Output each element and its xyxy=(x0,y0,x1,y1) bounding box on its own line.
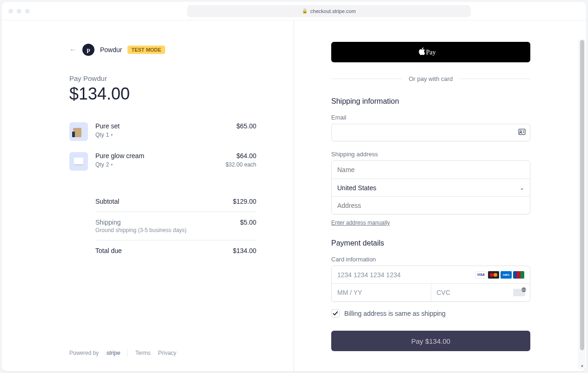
merchant-name: Powdur xyxy=(100,46,122,53)
check-icon xyxy=(332,310,339,317)
jcb-icon xyxy=(513,271,524,279)
email-label: Email xyxy=(331,114,530,121)
line-item: Pure set Qty 1 ▾ $65.00 xyxy=(69,122,256,141)
billing-same-row: Billing address is same as shipping xyxy=(331,309,530,318)
browser-window: 🔒 checkout.stripe.com ← p Powdur TEST MO… xyxy=(2,2,586,371)
card-expiry-input[interactable] xyxy=(337,289,425,296)
billing-same-label: Billing address is same as shipping xyxy=(344,310,446,317)
chevron-down-icon: ▾ xyxy=(111,162,113,167)
mastercard-icon xyxy=(488,271,499,279)
item-name: Pure glow cream xyxy=(95,152,218,160)
item-thumbnail xyxy=(69,152,88,171)
scrollbar-thumb[interactable] xyxy=(580,40,584,350)
payment-form-panel: Pay Or pay with card Shipping informatio… xyxy=(294,20,586,371)
traffic-lights xyxy=(8,9,30,13)
address-input[interactable] xyxy=(337,197,524,214)
item-name: Pure set xyxy=(95,122,229,130)
country-select[interactable]: United States xyxy=(337,179,524,196)
svg-text:Pay: Pay xyxy=(426,48,436,56)
billing-same-checkbox[interactable] xyxy=(331,309,340,318)
svg-point-2 xyxy=(520,131,522,133)
traffic-max[interactable] xyxy=(25,9,30,13)
total-row: Total due $134.00 xyxy=(95,240,256,261)
terms-link[interactable]: Terms xyxy=(135,350,151,356)
subtotal-row: Subtotal $129.00 xyxy=(95,191,256,212)
svg-rect-1 xyxy=(519,129,525,135)
email-input[interactable] xyxy=(331,124,530,141)
shipping-heading: Shipping information xyxy=(331,97,530,106)
shipping-address-label: Shipping address xyxy=(331,151,530,158)
payment-heading: Payment details xyxy=(331,239,530,247)
merchant-logo: p xyxy=(82,44,94,56)
privacy-link[interactable]: Privacy xyxy=(158,350,176,356)
test-mode-badge: TEST MODE xyxy=(127,46,165,54)
pay-button[interactable]: Pay $134.00 xyxy=(331,331,530,351)
scrollbar[interactable]: ▲ ▼ xyxy=(579,39,585,369)
url-bar[interactable]: 🔒 checkout.stripe.com xyxy=(187,5,471,17)
card-cvc-input[interactable] xyxy=(437,289,525,296)
divider-or: Or pay with card xyxy=(331,75,530,82)
apple-pay-button[interactable]: Pay xyxy=(331,42,530,62)
card-number-input[interactable] xyxy=(337,271,475,279)
pay-label: Pay Powdur xyxy=(69,74,256,82)
traffic-min[interactable] xyxy=(17,9,21,13)
item-qty-selector[interactable]: Qty 1 ▾ xyxy=(95,132,229,138)
amex-icon: AMEX xyxy=(501,271,512,279)
visa-icon: VISA xyxy=(475,271,487,279)
apple-pay-icon: Pay xyxy=(418,47,443,57)
scroll-down-icon[interactable]: ▼ xyxy=(579,363,585,369)
order-summary-panel: ← p Powdur TEST MODE Pay Powdur $134.00 … xyxy=(2,20,294,371)
merchant-header: ← p Powdur TEST MODE xyxy=(69,44,256,56)
lock-icon: 🔒 xyxy=(302,8,307,13)
item-qty-selector[interactable]: Qty 2 ▾ xyxy=(95,161,218,168)
enter-manually-link[interactable]: Enter address manually xyxy=(331,220,390,226)
card-brands: VISA AMEX xyxy=(475,271,524,279)
line-item: Pure glow cream Qty 2 ▾ $64.00 $32.00 ea… xyxy=(69,152,256,171)
total-amount: $134.00 xyxy=(69,84,256,104)
card-info-label: Card information xyxy=(331,256,530,263)
item-thumbnail xyxy=(69,122,88,141)
back-arrow-icon[interactable]: ← xyxy=(69,46,77,54)
traffic-close[interactable] xyxy=(8,9,13,13)
contact-card-icon[interactable] xyxy=(518,129,526,137)
chevron-down-icon: ▾ xyxy=(111,133,113,137)
card-group: VISA AMEX xyxy=(331,266,530,302)
url-text: checkout.stripe.com xyxy=(310,8,356,14)
item-price: $65.00 xyxy=(236,122,256,130)
footer: Powered by stripe Terms Privacy xyxy=(69,349,256,357)
item-price: $64.00 xyxy=(226,152,256,160)
name-input[interactable] xyxy=(337,161,524,179)
cvc-card-icon xyxy=(513,289,525,296)
stripe-logo: stripe xyxy=(106,350,120,356)
browser-chrome: 🔒 checkout.stripe.com xyxy=(2,2,586,20)
item-price-each: $32.00 each xyxy=(226,161,256,168)
shipping-address-group: United States ⌄ xyxy=(331,160,530,214)
shipping-row: Shipping Ground shipping (3-5 business d… xyxy=(95,212,256,240)
